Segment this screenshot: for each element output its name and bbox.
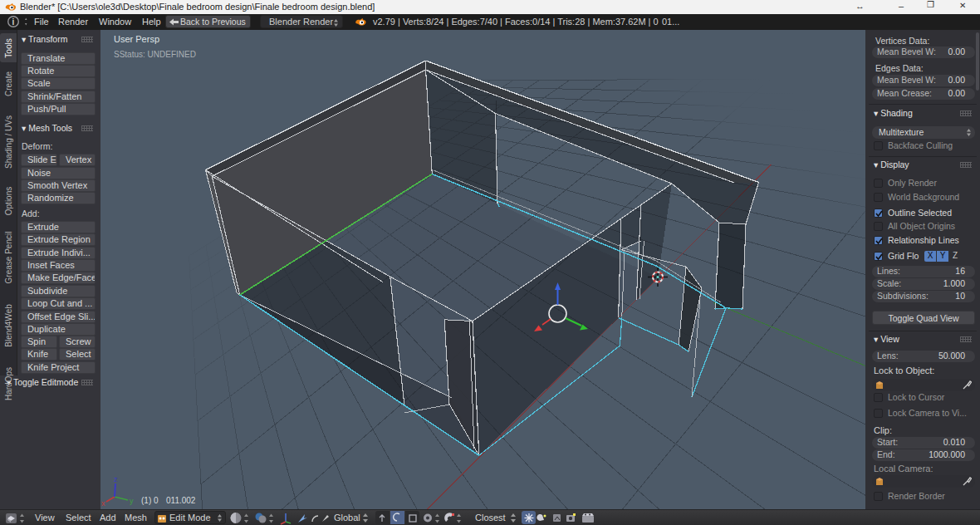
svg-text:z: z [114, 475, 118, 483]
svg-text:(1) 0: (1) 0 [141, 496, 159, 505]
svg-text:y: y [130, 497, 134, 505]
svg-text:x: x [101, 499, 105, 508]
svg-text:SStatus: UNDEFINED: SStatus: UNDEFINED [114, 50, 196, 59]
svg-text:011.002: 011.002 [166, 496, 196, 505]
svg-text:i: i [12, 17, 15, 27]
svg-text:User Persp: User Persp [114, 34, 159, 44]
